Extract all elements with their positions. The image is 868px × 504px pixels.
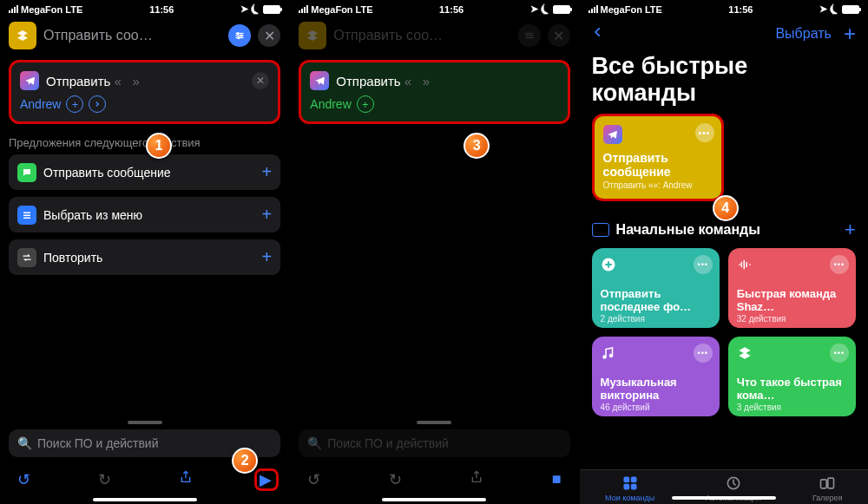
screenshot-2: MegaFonLTE 11:56 ➤⏾ Отправить соо… ✕ Отп… [289, 0, 578, 504]
select-button[interactable]: Выбрать [775, 26, 831, 42]
shortcut-tile[interactable]: •••Что такое быстрая кома…3 действия [728, 337, 856, 416]
location-icon: ➤ [530, 3, 538, 15]
more-button[interactable]: ••• [694, 255, 713, 274]
signal-icon [9, 5, 18, 13]
redo-button: ↻ [98, 470, 111, 489]
status-bar: MegaFonLTE 11:56 ➤⏾ [290, 0, 578, 16]
undo-button: ↺ [307, 470, 320, 489]
share-button [470, 469, 483, 489]
shortcuts-icon [737, 345, 753, 361]
battery-icon [553, 5, 570, 14]
home-indicator[interactable] [382, 498, 486, 501]
annotation-ring-2 [254, 468, 279, 491]
svg-rect-17 [623, 484, 629, 490]
recipient-chip[interactable]: Andrew [20, 97, 61, 111]
undo-button[interactable]: ↺ [17, 470, 30, 489]
svg-point-5 [238, 37, 240, 39]
expand-button[interactable] [89, 95, 106, 113]
tab-bar: Мои команды Автоматизация Галерея [580, 469, 868, 504]
status-bar: MegaFonLTE 11:56 ➤⏾ [580, 0, 868, 16]
status-bar: MegaFonLTE 11:56 ➤⏾ [0, 0, 289, 16]
svg-rect-7 [23, 214, 30, 216]
suggestions-header: Предложения следующего действия [9, 136, 280, 149]
screenshot-3: MegaFonLTE 11:56 ➤⏾ Выбрать + Все быстры… [579, 0, 868, 504]
location-icon: ➤ [240, 3, 248, 15]
suggestion-repeat[interactable]: Повторить+ [9, 239, 280, 275]
search-input: 🔍Поиск ПО и действий [299, 429, 569, 457]
telegram-icon [20, 71, 39, 90]
add-recipient-button: + [357, 95, 374, 113]
status-time: 11:56 [439, 4, 464, 15]
more-button[interactable]: ••• [695, 123, 714, 142]
share-button[interactable] [179, 469, 193, 489]
status-time: 11:56 [149, 4, 174, 15]
music-icon [601, 345, 616, 361]
home-indicator[interactable] [93, 498, 197, 501]
svg-point-4 [240, 35, 242, 36]
alarm-icon: ⏾ [251, 4, 260, 15]
svg-rect-18 [630, 484, 636, 490]
annotation-badge-3: 3 [464, 133, 490, 159]
svg-rect-20 [821, 480, 827, 488]
search-icon: 🔍 [307, 436, 322, 450]
add-shortcut-button[interactable]: + [844, 22, 856, 46]
status-time: 11:56 [728, 4, 753, 15]
drag-handle[interactable] [128, 421, 162, 424]
add-icon[interactable]: + [262, 162, 273, 182]
suggestion-choose-menu[interactable]: Выбрать из меню+ [9, 197, 280, 232]
svg-rect-6 [23, 212, 30, 213]
svg-point-14 [609, 355, 612, 357]
close-button: ✕ [548, 24, 570, 47]
drag-handle [417, 421, 451, 424]
svg-point-13 [603, 356, 606, 358]
add-recipient-button[interactable]: + [66, 95, 83, 113]
signal-icon [589, 5, 598, 13]
settings-button[interactable] [228, 24, 251, 47]
stop-button[interactable]: ■ [552, 470, 562, 488]
shortcut-tile-send-message[interactable]: ••• Отправить сообщение Отправить «»: An… [592, 114, 724, 201]
action-card[interactable]: Отправить « » ✕ Andrew + [9, 60, 280, 124]
shortcut-title[interactable]: Отправить соо… [43, 28, 221, 43]
redo-button: ↻ [389, 470, 402, 489]
location-icon: ➤ [819, 3, 827, 15]
back-button[interactable] [592, 24, 604, 43]
svg-rect-16 [630, 477, 636, 483]
search-icon: 🔍 [17, 436, 32, 450]
more-button[interactable]: ••• [694, 344, 713, 363]
add-to-folder-button[interactable]: + [845, 219, 856, 241]
add-icon[interactable]: + [262, 247, 273, 267]
battery-icon [842, 5, 859, 14]
svg-rect-21 [828, 478, 834, 488]
shortcut-tile[interactable]: •••Быстрая команда Shaz…32 действия [728, 248, 856, 328]
shortcut-tile[interactable]: •••Музыкальная викторина46 действий [592, 337, 720, 416]
more-button[interactable]: ••• [830, 344, 849, 363]
action-card-running: Отправить « » Andrew + [299, 60, 569, 124]
tab-my-shortcuts[interactable]: Мои команды [605, 475, 654, 502]
shortcut-title: Отправить соо… [333, 28, 510, 43]
section-header: Начальные команды [616, 222, 760, 238]
svg-rect-8 [23, 217, 30, 219]
svg-rect-15 [623, 477, 629, 483]
telegram-icon [310, 71, 329, 90]
messages-icon [17, 163, 36, 182]
alarm-icon: ⏾ [830, 4, 839, 15]
waveform-icon [737, 257, 753, 272]
tab-gallery[interactable]: Галерея [812, 475, 843, 502]
more-button[interactable]: ••• [830, 255, 849, 274]
close-button[interactable]: ✕ [258, 24, 280, 47]
alarm-icon: ⏾ [541, 4, 550, 15]
suggestion-send-message[interactable]: Отправить сообщение+ [9, 154, 280, 190]
shortcut-icon [9, 22, 36, 49]
settings-button [518, 24, 541, 47]
add-icon[interactable]: + [262, 205, 273, 225]
signal-icon [299, 5, 308, 13]
shortcut-tile[interactable]: •••Отправить последнее фо…2 действия [592, 248, 720, 328]
recipient-chip: Andrew [310, 97, 351, 111]
screenshot-1: MegaFonLTE 11:56 ➤⏾ Отправить соо… ✕ Отп… [0, 0, 289, 504]
annotation-badge-1: 1 [146, 133, 172, 159]
battery-icon [263, 5, 280, 14]
home-indicator[interactable] [672, 496, 776, 500]
shortcut-icon [299, 22, 326, 49]
clear-icon[interactable]: ✕ [252, 72, 269, 89]
svg-point-3 [237, 33, 239, 35]
